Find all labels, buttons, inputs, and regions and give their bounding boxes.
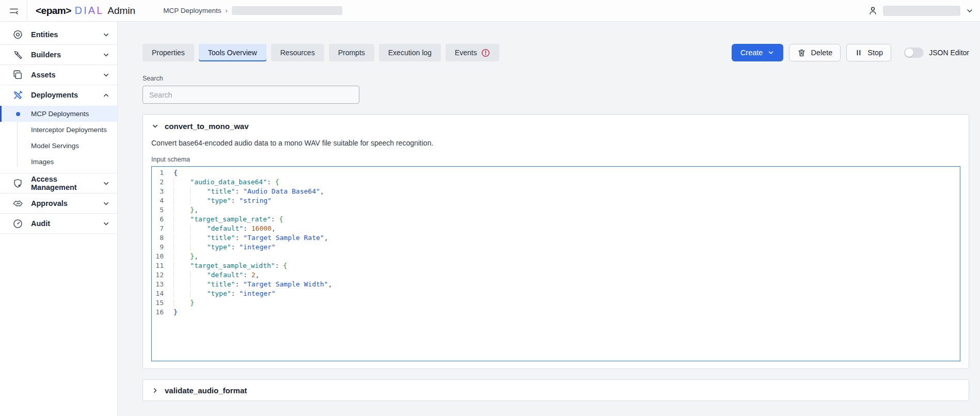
input-schema-label: Input schema (151, 156, 960, 163)
code-line: 2 "audio_data_base64": { (152, 178, 960, 187)
sidebar-item-deployments[interactable]: Deployments (0, 85, 117, 105)
breadcrumb-current-redacted (232, 6, 342, 15)
sidebar-separator (0, 233, 117, 234)
app-header: <epam> DIAL Admin MCP Deployments › (0, 0, 980, 22)
breadcrumb-root[interactable]: MCP Deployments (163, 7, 221, 14)
assets-icon (12, 70, 23, 81)
sidebar-item-images[interactable]: Images (0, 154, 117, 170)
code-line: 14 "type": "integer" (152, 289, 960, 298)
input-schema-editor[interactable]: 1{2 "audio_data_base64": {3 "title": "Au… (151, 166, 960, 361)
code-line: 15 } (152, 298, 960, 308)
code-line: 3 "title": "Audio Data Base64", (152, 187, 960, 196)
chevron-down-icon (102, 71, 110, 79)
dial-logo: DIAL (75, 5, 104, 17)
app-logo: <epam> DIAL Admin (36, 5, 135, 17)
code-line: 10 }, (152, 252, 960, 261)
tab-resources[interactable]: Resources (271, 44, 324, 61)
stop-button[interactable]: Stop (846, 44, 891, 61)
user-icon (868, 6, 878, 15)
user-menu-chevron-icon[interactable] (966, 7, 974, 15)
header-user-area (868, 6, 980, 16)
tab-prompts[interactable]: Prompts (329, 44, 374, 61)
json-editor-toggle[interactable] (904, 47, 924, 58)
deployments-icon (12, 90, 23, 101)
delete-button[interactable]: Delete (789, 44, 841, 61)
sidebar-item-builders[interactable]: Builders (0, 45, 117, 65)
header-divider (27, 0, 27, 21)
code-line: 1{ (152, 168, 960, 178)
json-editor-label: JSON Editor (929, 49, 969, 57)
create-button[interactable]: Create (732, 44, 784, 61)
chevron-down-icon (102, 200, 110, 207)
chevron-down-icon (102, 31, 110, 39)
chevron-up-icon (102, 91, 110, 99)
tool-card-header[interactable]: convert_to_mono_wav (151, 122, 960, 131)
code-line: 6 "target_sample_rate": { (152, 215, 960, 224)
code-line: 13 "title": "Target Sample Width", (152, 280, 960, 289)
sidebar-item-model-servings[interactable]: Model Servings (0, 138, 117, 154)
tab-execution-log[interactable]: Execution log (379, 44, 441, 61)
search-input[interactable] (143, 86, 359, 104)
tab-bar: Properties Tools Overview Resources Prom… (143, 44, 499, 61)
collapse-sidebar-icon[interactable] (7, 4, 21, 18)
chevron-down-icon (767, 49, 774, 56)
code-line: 5 }, (152, 205, 960, 215)
breadcrumb: MCP Deployments › (163, 6, 342, 15)
collapse-chevron-icon (151, 122, 159, 130)
sidebar: Entities Builders Assets (0, 22, 118, 416)
code-line: 7 "default": 16000, (152, 224, 960, 233)
code-line: 9 "type": "integer" (152, 243, 960, 252)
approvals-handshake-icon (12, 198, 23, 209)
expand-chevron-icon (151, 387, 159, 394)
code-line: 4 "type": "string" (152, 196, 960, 205)
tool-card-validate-audio-format[interactable]: validate_audio_format (143, 379, 969, 401)
chevron-down-icon (102, 51, 110, 59)
sidebar-item-approvals[interactable]: Approvals (0, 194, 117, 213)
active-item-dot (16, 112, 20, 116)
events-alert-icon (481, 49, 490, 57)
sidebar-item-audit[interactable]: Audit (0, 214, 117, 233)
main-content: Properties Tools Overview Resources Prom… (118, 22, 980, 416)
trash-icon (797, 49, 806, 57)
audit-gauge-icon (12, 218, 23, 229)
builders-icon (12, 50, 23, 60)
code-line: 11 "target_sample_width": { (152, 261, 960, 270)
tool-name: validate_audio_format (165, 386, 247, 395)
tool-card-convert-to-mono-wav: convert_to_mono_wav Convert base64-encod… (143, 114, 969, 369)
tab-properties[interactable]: Properties (143, 44, 194, 61)
action-buttons: Create Delete Stop JSON (732, 44, 969, 61)
sidebar-item-entities[interactable]: Entities (0, 25, 117, 44)
deployments-subnav: MCP Deployments Interceptor Deployments … (0, 105, 117, 173)
admin-logo-text: Admin (107, 5, 135, 17)
entities-icon (12, 29, 23, 40)
sidebar-item-mcp-deployments[interactable]: MCP Deployments (0, 106, 117, 122)
username-redacted (883, 6, 960, 16)
sidebar-item-access-management[interactable]: Access Management (0, 173, 117, 193)
tab-events[interactable]: Events (446, 44, 499, 61)
sidebar-item-assets[interactable]: Assets (0, 65, 117, 85)
search-label: Search (143, 75, 969, 82)
toggle-knob (905, 49, 913, 57)
code-line: 16} (152, 308, 960, 317)
code-line: 12 "default": 2, (152, 270, 960, 280)
chevron-down-icon (102, 180, 110, 187)
tool-description: Convert base64-encoded audio data to a m… (151, 139, 960, 147)
access-management-icon (12, 178, 23, 189)
sidebar-item-interceptor-deployments[interactable]: Interceptor Deployments (0, 122, 117, 138)
code-line: 8 "title": "Target Sample Rate", (152, 233, 960, 243)
breadcrumb-separator: › (225, 7, 227, 14)
chevron-down-icon (102, 220, 110, 228)
tab-tools-overview[interactable]: Tools Overview (199, 44, 266, 61)
pause-icon (855, 49, 863, 57)
epam-logo: <epam> (36, 5, 71, 17)
tool-name: convert_to_mono_wav (165, 122, 249, 131)
